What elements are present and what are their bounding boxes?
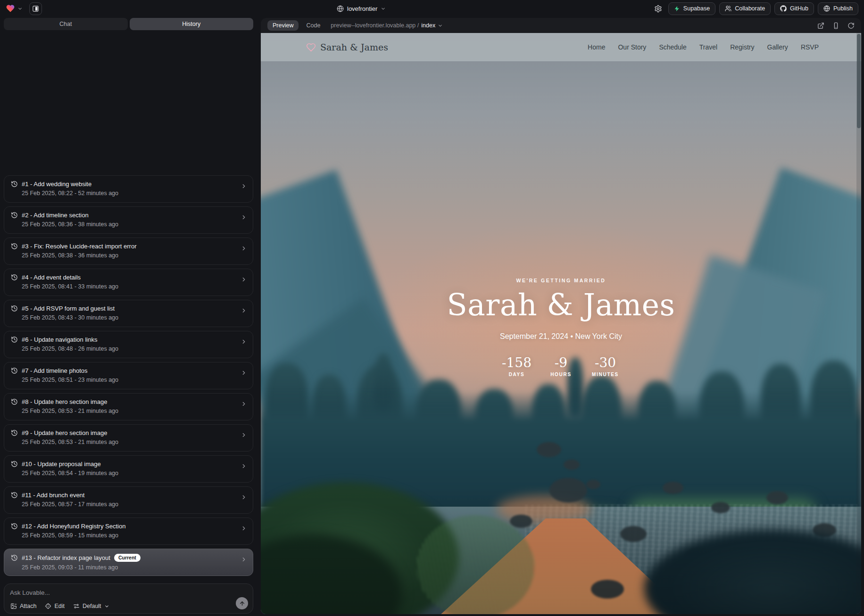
tab-preview[interactable]: Preview	[267, 20, 299, 31]
tab-history[interactable]: History	[130, 18, 254, 30]
history-item-title: #2 - Add timeline section	[22, 212, 89, 219]
history-item-timestamp: 25 Feb 2025, 08:57 - 17 minutes ago	[22, 501, 246, 508]
history-item-current[interactable]: #13 - Refactor index page layout Current…	[4, 549, 253, 576]
project-name: lovefrontier	[347, 5, 377, 12]
history-item[interactable]: #8 - Update hero section image 25 Feb 20…	[4, 393, 253, 420]
chevron-right-icon	[241, 556, 247, 563]
preview-pane: Preview Code preview--lovefrontier.lovab…	[261, 18, 861, 614]
mode-label: Default	[83, 603, 101, 609]
lovable-app-window: lovefrontier Supabase Collaborate GitHub	[0, 0, 864, 616]
nav-link-gallery[interactable]: Gallery	[767, 43, 788, 51]
history-item-title: #7 - Add timeline photos	[22, 367, 87, 374]
send-button[interactable]	[236, 597, 248, 609]
history-item[interactable]: #5 - Add RSVP form and guest list 25 Feb…	[4, 300, 253, 327]
history-item[interactable]: #4 - Add event details 25 Feb 2025, 08:4…	[4, 269, 253, 296]
supabase-label: Supabase	[683, 5, 710, 12]
scrollbar-thumb[interactable]	[857, 34, 861, 128]
history-item-timestamp: 25 Feb 2025, 08:36 - 38 minutes ago	[22, 221, 246, 228]
hero-date-location: September 21, 2024 • New York City	[261, 332, 861, 341]
history-item-timestamp: 25 Feb 2025, 08:48 - 26 minutes ago	[22, 345, 246, 352]
history-item-timestamp: 25 Feb 2025, 08:22 - 52 minutes ago	[22, 190, 246, 197]
history-item-title: #1 - Add wedding website	[22, 181, 91, 188]
nav-link-our-story[interactable]: Our Story	[618, 43, 646, 51]
history-item[interactable]: #3 - Fix: Resolve Lucide-react import er…	[4, 238, 253, 265]
chevron-right-icon	[241, 338, 247, 345]
chevron-down-icon	[381, 6, 386, 11]
countdown-days-value: -158	[502, 356, 532, 370]
history-item[interactable]: #7 - Add timeline photos 25 Feb 2025, 08…	[4, 362, 253, 389]
github-icon	[780, 5, 787, 12]
chevron-down-icon	[104, 604, 109, 609]
preview-scrollbar[interactable]	[856, 33, 861, 614]
github-label: GitHub	[790, 5, 808, 12]
history-item-title: #3 - Fix: Resolve Lucide-react import er…	[22, 243, 136, 250]
collaborate-label: Collaborate	[735, 5, 765, 12]
history-item-title: #6 - Update navigation links	[22, 336, 97, 343]
sliders-icon	[73, 603, 80, 609]
tab-code[interactable]: Code	[305, 20, 321, 31]
nav-link-home[interactable]: Home	[588, 43, 605, 51]
publish-button[interactable]: Publish	[818, 2, 858, 15]
supabase-button[interactable]: Supabase	[668, 2, 715, 15]
hero-eyebrow: WE'RE GETTING MARRIED	[261, 278, 861, 283]
countdown-days-label: DAYS	[502, 372, 532, 377]
history-item[interactable]: #10 - Update proposal image 25 Feb 2025,…	[4, 455, 253, 483]
edit-button[interactable]: Edit	[45, 603, 65, 609]
preview-url-page: index	[421, 22, 435, 29]
project-selector[interactable]: lovefrontier	[337, 0, 386, 17]
nav-link-travel[interactable]: Travel	[699, 43, 717, 51]
history-list: #1 - Add wedding website 25 Feb 2025, 08…	[4, 34, 253, 576]
publish-label: Publish	[833, 5, 853, 12]
countdown-hours: -9 HOURS	[546, 356, 576, 377]
history-item[interactable]: #1 - Add wedding website 25 Feb 2025, 08…	[4, 175, 253, 203]
history-item[interactable]: #9 - Update hero section image 25 Feb 20…	[4, 424, 253, 452]
github-button[interactable]: GitHub	[774, 2, 814, 15]
chevron-right-icon	[241, 183, 247, 189]
history-clock-icon	[11, 243, 18, 250]
chat-composer[interactable]: Attach Edit Default	[4, 583, 253, 614]
history-clock-icon	[11, 429, 18, 436]
refresh-icon[interactable]	[847, 22, 855, 29]
ask-lovable-input[interactable]	[10, 589, 170, 596]
sidebar-panel: Chat History #1 - Add wedding website 25…	[0, 17, 257, 616]
nav-link-registry[interactable]: Registry	[730, 43, 754, 51]
chevron-down-icon[interactable]	[17, 6, 23, 11]
history-item-title: #8 - Update hero section image	[22, 398, 107, 405]
site-header: Sarah & James Home Our Story Schedule Tr…	[261, 33, 861, 61]
hero-section: WE'RE GETTING MARRIED Sarah & James Sept…	[261, 278, 861, 377]
site-logo[interactable]: Sarah & James	[306, 42, 388, 52]
smartphone-icon[interactable]	[832, 22, 839, 29]
history-clock-icon	[11, 336, 18, 343]
history-item[interactable]: #2 - Add timeline section 25 Feb 2025, 0…	[4, 206, 253, 234]
edit-label: Edit	[54, 603, 65, 609]
composer-toolbar: Attach Edit Default	[10, 603, 109, 609]
history-item[interactable]: #11 - Add brunch event 25 Feb 2025, 08:5…	[4, 486, 253, 514]
history-item-title: #13 - Refactor index page layout	[22, 554, 110, 561]
history-item-title: #11 - Add brunch event	[22, 492, 84, 499]
arrow-up-icon	[239, 600, 245, 607]
history-item[interactable]: #12 - Add Honeyfund Registry Section 25 …	[4, 517, 253, 545]
nav-link-rsvp[interactable]: RSVP	[801, 43, 819, 51]
external-link-icon[interactable]	[817, 22, 824, 29]
sidebar-toggle-button[interactable]	[29, 2, 42, 15]
history-item-timestamp: 25 Feb 2025, 08:54 - 19 minutes ago	[22, 470, 246, 476]
history-item-title: #10 - Update proposal image	[22, 460, 101, 468]
attach-button[interactable]: Attach	[10, 603, 36, 609]
history-clock-icon	[11, 367, 18, 374]
tab-chat[interactable]: Chat	[4, 18, 128, 30]
history-item-timestamp: 25 Feb 2025, 08:43 - 30 minutes ago	[22, 314, 246, 321]
countdown: -158 DAYS -9 HOURS -30 MINUTES	[261, 356, 861, 377]
nav-link-schedule[interactable]: Schedule	[659, 43, 686, 51]
preview-url[interactable]: preview--lovefrontier.lovable.app / inde…	[331, 22, 443, 29]
lovable-heart-icon[interactable]	[6, 4, 15, 13]
bolt-icon	[674, 6, 680, 12]
history-item-title: #5 - Add RSVP form and guest list	[22, 305, 115, 312]
collaborate-button[interactable]: Collaborate	[719, 2, 771, 15]
mode-selector[interactable]: Default	[73, 603, 109, 609]
history-item[interactable]: #6 - Update navigation links 25 Feb 2025…	[4, 331, 253, 358]
history-item-title: #4 - Add event details	[22, 274, 81, 281]
history-item-timestamp: 25 Feb 2025, 08:59 - 15 minutes ago	[22, 532, 246, 539]
chevron-right-icon	[241, 276, 247, 283]
globe-icon	[337, 5, 344, 12]
gear-icon[interactable]	[652, 3, 665, 14]
